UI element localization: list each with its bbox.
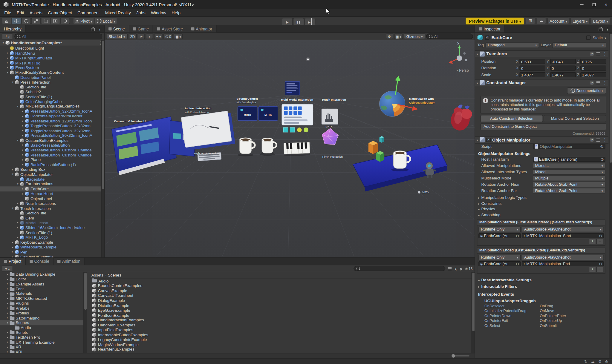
hierarchy-item[interactable]: ▸ Model_Icosa › (0, 220, 104, 225)
project-folder-item[interactable]: ▸ Example Assets (0, 282, 84, 286)
expand-arrow-icon[interactable]: ▸ (5, 350, 10, 353)
file-row[interactable]: HandMenuExamples (90, 322, 471, 327)
local-toggle[interactable]: Local (95, 18, 117, 24)
hierarchy-item[interactable]: ▸ MRTK_Logo › (0, 235, 104, 240)
hierarchy-tab[interactable]: Hierarchy (0, 25, 26, 33)
help-icon[interactable] (590, 138, 594, 142)
expand-arrow-icon[interactable]: ▸ (21, 129, 25, 132)
scene-color-swatches[interactable] (283, 128, 308, 132)
scene-earth-model[interactable] (380, 76, 418, 116)
hierarchy-item[interactable]: ▸ Slider_168x40mm_IconAndValue › (0, 225, 104, 230)
layers-dropdown[interactable]: Layers (570, 18, 589, 24)
foldout[interactable]: Physics (475, 206, 609, 212)
component-enabled-checkbox[interactable] (486, 138, 490, 142)
play-button[interactable] (282, 18, 293, 25)
expand-arrow-icon[interactable]: ▸ (5, 345, 10, 348)
more-menu-icon[interactable] (603, 51, 607, 56)
menu-item[interactable]: Mixed Reality (102, 9, 134, 17)
y-value-field[interactable]: 1.4077 (550, 72, 576, 77)
scrollbar-thumb[interactable] (102, 41, 104, 189)
breadcrumb-scenes[interactable]: Scenes (108, 273, 121, 277)
event-target-field[interactable]: EarthCore (Au (478, 261, 521, 266)
move-tool-button[interactable] (12, 18, 21, 24)
property-dropdown[interactable]: Mixed... (533, 163, 605, 168)
expand-arrow-icon[interactable]: ▸ (21, 158, 25, 161)
hierarchy-item[interactable]: ColorChangingCube › (0, 99, 104, 104)
transform-component-header[interactable]: Transform (475, 50, 609, 57)
expand-arrow-icon[interactable]: ▾ (5, 71, 10, 74)
y-value-field[interactable]: 0 (550, 65, 576, 70)
object-picker-icon[interactable] (516, 234, 519, 238)
bottom-panel-tab[interactable]: Console (26, 257, 53, 265)
expand-arrow-icon[interactable]: ▸ (5, 307, 10, 310)
hierarchy-item[interactable]: ▸ HorizontalAppBarWithDivider › (0, 114, 104, 119)
account-dropdown[interactable]: Account (547, 18, 569, 24)
axis-gizmo[interactable]: y (445, 42, 472, 67)
auto-constraint-button[interactable]: Auto Constraint Selection (481, 115, 543, 122)
search-filter-icon[interactable] (448, 267, 452, 270)
step-button[interactable] (305, 18, 316, 25)
foldout-arrow-icon[interactable] (477, 81, 478, 85)
hierarchy-item[interactable]: Subtitle2 (0, 90, 104, 94)
hierarchy-item[interactable]: ▾ Press Interaction (0, 80, 104, 85)
hierarchy-item[interactable]: ▸ HumanHeart › (0, 191, 104, 196)
transform-tool-button[interactable] (51, 18, 60, 24)
hierarchy-item[interactable]: ▸ PressableButton_Custom_Cylinde › (0, 153, 104, 157)
expand-arrow-icon[interactable]: ▸ (16, 221, 20, 224)
expand-arrow-icon[interactable]: ▸ (16, 226, 20, 229)
lock-icon[interactable] (599, 28, 603, 31)
project-tree-scrollbar[interactable] (84, 272, 87, 353)
project-folder-item[interactable]: ▸ UX Theming Example (0, 340, 84, 345)
hierarchy-item[interactable]: Directional Light (0, 46, 104, 50)
expand-arrow-icon[interactable]: ▸ (21, 115, 25, 118)
scene-keyboard-model[interactable] (198, 152, 221, 161)
expand-arrow-icon[interactable]: ▸ (21, 134, 25, 137)
constraint-manager-header[interactable]: Constraint Manager (475, 79, 609, 86)
scene-boundscontrol-cards[interactable] (238, 107, 278, 121)
hierarchy-item[interactable]: ▸ WhiteboardExample › (0, 245, 104, 250)
presets-icon[interactable] (596, 81, 600, 84)
menu-item[interactable]: Component (75, 9, 102, 17)
expand-arrow-icon[interactable]: ▸ (21, 144, 25, 147)
file-row[interactable]: InputFieldExamples (90, 327, 471, 332)
add-constraint-button[interactable]: Add Constraint to GameObject (481, 123, 606, 130)
scene-whiteboard[interactable] (181, 110, 235, 151)
expand-arrow-icon[interactable]: ▸ (5, 282, 10, 285)
scrollbar-thumb[interactable] (610, 34, 612, 163)
project-folder-item[interactable]: ▸ Plugins (0, 301, 84, 306)
project-folder-item[interactable]: ▸ Prefabs (0, 306, 84, 311)
expand-arrow-icon[interactable]: ▸ (5, 61, 10, 64)
pause-button[interactable] (293, 18, 304, 25)
expand-arrow-icon[interactable]: ▸ (5, 336, 10, 339)
scene-view-tab[interactable]: Game (129, 25, 153, 33)
hierarchy-item[interactable]: SectionTitle (1) (0, 94, 104, 99)
menu-item[interactable]: Jobs (134, 9, 148, 17)
hierarchy-item[interactable]: ▸ TogglePressableButton_32x32mn › (0, 123, 104, 128)
static-checkbox[interactable] (586, 35, 590, 39)
console-status-icon[interactable] (605, 359, 608, 363)
scene-light-gizmo[interactable] (306, 57, 310, 61)
hierarchy-item[interactable]: ▸ BasicPressableButton › (0, 143, 104, 148)
hierarchy-item[interactable]: ▾ MixedRealitySceneContent (0, 70, 104, 75)
property-dropdown[interactable]: Mixed... (533, 169, 605, 174)
expand-arrow-icon[interactable]: ▸ (21, 110, 25, 113)
host-transform-field[interactable]: EarthCore (Transform) (533, 157, 605, 162)
object-picker-icon[interactable] (599, 234, 602, 238)
file-row[interactable]: BoundsControlExamples (90, 283, 471, 288)
hierarchy-item[interactable]: ▾ MRDesignLanguageExamples (0, 104, 104, 109)
activity-icon[interactable] (584, 359, 587, 363)
expand-arrow-icon[interactable]: ▸ (10, 251, 15, 254)
expand-arrow-icon[interactable]: ▸ (5, 302, 10, 305)
file-row[interactable]: FontIconExample (90, 313, 471, 317)
foldout-arrow-icon[interactable] (477, 138, 478, 142)
audio-toggle[interactable] (146, 33, 153, 39)
breadcrumb-assets[interactable]: Assets (91, 273, 103, 277)
foldout[interactable]: Interactable Filters (475, 283, 609, 290)
expand-arrow-icon[interactable]: ▾ (10, 173, 15, 176)
bottom-panel-tab[interactable]: Animation (53, 257, 85, 265)
expand-arrow-icon[interactable]: ▸ (5, 297, 10, 300)
shading-mode-dropdown[interactable]: Shaded (106, 33, 127, 39)
project-folder-item[interactable]: ▸ Data Binding Example (0, 272, 84, 277)
foldout[interactable]: Manipulation Logic Types (475, 195, 609, 200)
hierarchy-item[interactable]: ▾ Far Interactions (0, 182, 104, 186)
